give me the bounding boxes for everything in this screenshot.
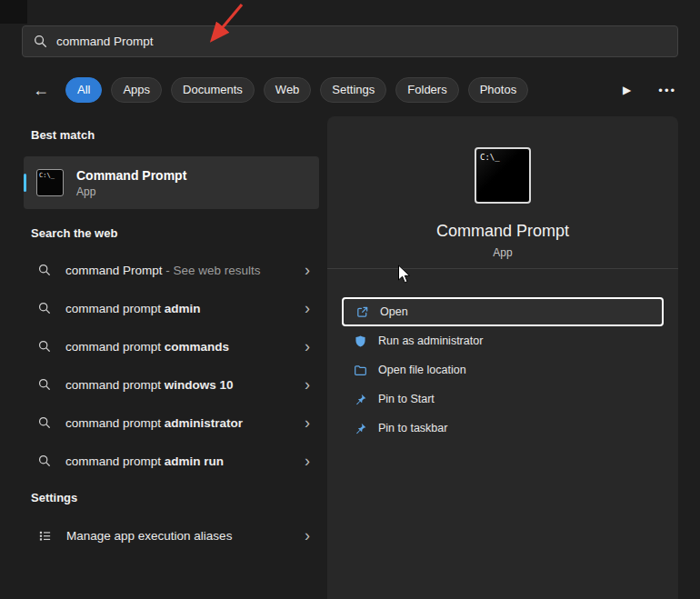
tab-settings[interactable]: Settings <box>320 77 386 103</box>
cmd-icon-large: C:\_ <box>475 147 531 204</box>
action-open[interactable]: Open <box>342 297 664 326</box>
search-input[interactable] <box>56 35 620 48</box>
app-subtitle: App <box>327 246 678 259</box>
suggestion-bold: admin run <box>165 454 224 468</box>
chevron-right-icon: › <box>305 453 310 469</box>
best-match-result[interactable]: C:\_ Command Prompt App <box>24 156 319 209</box>
settings-result-label: Manage app execution aliases <box>66 529 232 543</box>
tab-web[interactable]: Web <box>264 77 312 103</box>
search-icon <box>34 35 47 48</box>
more-options-icon[interactable]: ••• <box>658 84 676 97</box>
web-suggestion-row[interactable]: command prompt admin run › <box>24 442 319 480</box>
web-suggestion-row[interactable]: command prompt windows 10 › <box>24 365 319 404</box>
action-open-file-location[interactable]: Open file location <box>342 355 664 384</box>
search-icon <box>38 302 51 314</box>
settings-header: Settings <box>31 491 77 504</box>
search-the-web-header: Search the web <box>31 226 117 240</box>
settings-result-row[interactable]: Manage app execution aliases › <box>24 516 319 554</box>
suggestion-suffix: - See web results <box>163 264 261 277</box>
action-label: Pin to Start <box>378 393 435 405</box>
suggestion-bold: admin <box>165 302 201 315</box>
web-suggestion-row[interactable]: command prompt commands › <box>24 327 319 365</box>
preview-panel: C:\_ Command Prompt App Open Run as admi… <box>327 116 678 599</box>
suggestion-text: command prompt <box>65 302 165 315</box>
search-icon <box>38 416 51 429</box>
back-button[interactable]: ← <box>33 81 49 100</box>
divider <box>327 268 678 269</box>
open-icon <box>355 305 369 319</box>
chevron-right-icon: › <box>305 527 310 544</box>
pin-icon <box>353 393 367 406</box>
suggestion-bold: windows 10 <box>165 378 234 392</box>
chevron-right-icon: › <box>305 414 310 431</box>
suggestion-bold: commands <box>165 340 229 354</box>
list-icon <box>38 529 52 543</box>
chevron-right-icon: › <box>305 262 310 278</box>
chevron-right-icon: › <box>305 376 310 393</box>
tab-documents[interactable]: Documents <box>171 77 255 103</box>
suggestion-text: command prompt <box>65 454 165 468</box>
best-match-title: Command Prompt <box>76 168 186 183</box>
web-suggestion-row[interactable]: command prompt admin › <box>24 289 319 327</box>
search-bar[interactable] <box>22 25 678 57</box>
search-icon <box>38 454 51 467</box>
suggestion-bold: administrator <box>165 416 243 430</box>
pin-icon <box>353 422 367 435</box>
folder-icon <box>353 364 367 377</box>
suggestion-text: command prompt <box>65 340 165 354</box>
shield-icon <box>353 334 367 348</box>
search-icon <box>38 378 51 391</box>
best-match-header: Best match <box>31 128 95 142</box>
play-icon[interactable]: ▶ <box>623 84 631 96</box>
settings-results: Manage app execution aliases › <box>24 516 319 554</box>
selection-indicator <box>24 174 26 192</box>
web-suggestion-row[interactable]: command prompt administrator › <box>24 404 319 442</box>
search-icon <box>38 264 51 276</box>
suggestion-text: command prompt <box>65 416 165 430</box>
search-icon <box>38 340 51 353</box>
background-corner <box>0 0 27 24</box>
chevron-right-icon: › <box>305 300 310 316</box>
web-suggestions: command Prompt - See web results › comma… <box>24 251 319 480</box>
web-suggestion-row[interactable]: command Prompt - See web results › <box>24 251 319 289</box>
chevron-right-icon: › <box>305 338 310 354</box>
search-flyout: ← All Apps Documents Web Settings Folder… <box>0 0 700 599</box>
action-label: Run as administrator <box>378 334 483 347</box>
action-run-as-administrator[interactable]: Run as administrator <box>342 326 664 355</box>
action-label: Open file location <box>378 364 466 376</box>
app-title: Command Prompt <box>327 222 678 241</box>
tab-apps[interactable]: Apps <box>111 77 162 103</box>
cmd-icon: C:\_ <box>36 169 64 196</box>
tab-photos[interactable]: Photos <box>468 77 528 103</box>
suggestion-text: command prompt <box>65 378 165 392</box>
action-label: Pin to taskbar <box>378 422 447 434</box>
suggestion-text: command Prompt <box>65 264 163 277</box>
action-label: Open <box>380 305 408 318</box>
action-list: Open Run as administrator Open file loca… <box>342 297 664 443</box>
tab-all[interactable]: All <box>65 77 102 103</box>
tab-folders[interactable]: Folders <box>395 77 458 103</box>
action-pin-to-taskbar[interactable]: Pin to taskbar <box>342 414 664 443</box>
action-pin-to-start[interactable]: Pin to Start <box>342 384 664 414</box>
best-match-subtitle: App <box>76 185 186 198</box>
filter-tabs: ← All Apps Documents Web Settings Folder… <box>33 77 676 103</box>
